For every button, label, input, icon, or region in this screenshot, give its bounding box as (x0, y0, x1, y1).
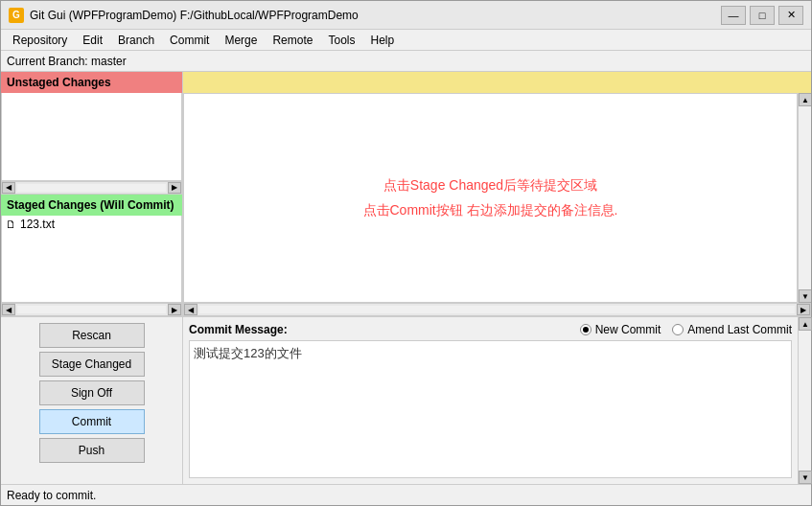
sign-off-button[interactable]: Sign Off (39, 380, 145, 405)
commit-scroll-up[interactable]: ▲ (799, 317, 812, 331)
scroll-left-btn-2[interactable]: ◀ (2, 304, 15, 315)
menu-edit[interactable]: Edit (75, 32, 110, 49)
amend-commit-radio[interactable] (672, 324, 684, 335)
scroll-down-btn[interactable]: ▼ (799, 289, 811, 303)
diff-hint-line2: 点击Commit按钮 右边添加提交的备注信息. (363, 198, 618, 222)
bottom-area: Rescan Stage Changed Sign Off Commit Pus… (1, 316, 811, 484)
close-button[interactable]: ✕ (778, 6, 803, 25)
menu-remote[interactable]: Remote (265, 32, 320, 49)
diff-hint: 点击Stage Changed后等待提交区域 点击Commit按钮 右边添加提交… (363, 173, 618, 221)
scroll-v-track (799, 106, 811, 289)
menu-bar: Repository Edit Branch Commit Merge Remo… (1, 30, 811, 51)
app-icon: G (9, 8, 24, 23)
right-panel: 点击Stage Changed后等待提交区域 点击Commit按钮 右边添加提交… (183, 72, 811, 316)
diff-area: 点击Stage Changed后等待提交区域 点击Commit按钮 右边添加提交… (183, 93, 798, 303)
amend-commit-label: Amend Last Commit (687, 323, 792, 336)
scroll-up-btn[interactable]: ▲ (799, 93, 811, 106)
current-branch-label: Current Branch: master (7, 55, 127, 68)
menu-help[interactable]: Help (362, 32, 402, 49)
menu-commit[interactable]: Commit (162, 32, 217, 49)
commit-message-input[interactable]: 测试提交123的文件 (189, 340, 792, 478)
commit-area: Commit Message: New Commit Amend Last Co… (183, 317, 798, 484)
radio-group: New Commit Amend Last Commit (580, 323, 792, 336)
action-buttons: Rescan Stage Changed Sign Off Commit Pus… (1, 317, 183, 484)
diff-scrollbar-h[interactable]: ◀ ▶ (183, 303, 811, 316)
commit-scroll-track (799, 331, 811, 471)
branch-bar: Current Branch: master (1, 51, 811, 72)
new-commit-option[interactable]: New Commit (580, 323, 661, 336)
commit-button[interactable]: Commit (39, 409, 145, 434)
status-text: Ready to commit. (7, 489, 96, 502)
diff-with-scroll: 点击Stage Changed后等待提交区域 点击Commit按钮 右边添加提交… (183, 93, 811, 303)
scroll-track-2 (17, 306, 166, 313)
staged-file-list[interactable]: 🗋 123.txt (1, 216, 182, 304)
main-content: Unstaged Changes ◀ ▶ Staged Changes (Wil… (1, 72, 811, 316)
file-name: 123.txt (20, 218, 55, 231)
amend-commit-option[interactable]: Amend Last Commit (672, 323, 792, 336)
stage-changed-button[interactable]: Stage Changed (39, 352, 145, 377)
unstaged-scrollbar-h[interactable]: ◀ ▶ (1, 181, 182, 195)
push-button[interactable]: Push (39, 438, 145, 463)
commit-scrollbar-v[interactable]: ▲ ▼ (798, 317, 811, 484)
staged-changes-header[interactable]: Staged Changes (Will Commit) (1, 195, 182, 216)
commit-message-label: Commit Message: (189, 323, 288, 336)
list-item[interactable]: 🗋 123.txt (2, 216, 181, 233)
scroll-right-btn[interactable]: ▶ (168, 182, 181, 194)
menu-merge[interactable]: Merge (217, 32, 265, 49)
unstaged-file-list[interactable] (1, 93, 182, 181)
status-bar: Ready to commit. (1, 484, 811, 505)
commit-header: Commit Message: New Commit Amend Last Co… (189, 323, 792, 336)
scroll-left-btn-diff[interactable]: ◀ (184, 304, 197, 315)
left-panel: Unstaged Changes ◀ ▶ Staged Changes (Wil… (1, 72, 183, 316)
scroll-track-diff (199, 306, 795, 313)
title-bar-buttons: — □ ✕ (721, 6, 803, 25)
menu-repository[interactable]: Repository (5, 32, 75, 49)
diff-scrollbar-v[interactable]: ▲ ▼ (798, 93, 811, 303)
staged-scrollbar-h[interactable]: ◀ ▶ (1, 303, 182, 316)
scroll-right-btn-diff[interactable]: ▶ (797, 304, 810, 315)
new-commit-radio[interactable] (580, 324, 592, 335)
diff-wrapper: 点击Stage Changed后等待提交区域 点击Commit按钮 右边添加提交… (183, 72, 811, 316)
scroll-left-btn[interactable]: ◀ (2, 182, 15, 194)
commit-scroll-down[interactable]: ▼ (799, 471, 812, 484)
menu-branch[interactable]: Branch (110, 32, 162, 49)
diff-hint-line1: 点击Stage Changed后等待提交区域 (363, 173, 618, 197)
scroll-track (17, 184, 166, 192)
diff-header-strip (183, 72, 811, 93)
title-bar-text: Git Gui (WPFProgramDemo) F:/GithubLocal/… (30, 9, 721, 22)
unstaged-changes-header[interactable]: Unstaged Changes (1, 72, 182, 93)
minimize-button[interactable]: — (721, 6, 746, 25)
rescan-button[interactable]: Rescan (39, 323, 145, 348)
title-bar: G Git Gui (WPFProgramDemo) F:/GithubLoca… (1, 1, 811, 30)
scroll-right-btn-2[interactable]: ▶ (168, 304, 181, 315)
file-icon: 🗋 (6, 218, 16, 230)
new-commit-label: New Commit (595, 323, 661, 336)
maximize-button[interactable]: □ (750, 6, 775, 25)
menu-tools[interactable]: Tools (320, 32, 362, 49)
diff-content: 点击Stage Changed后等待提交区域 点击Commit按钮 右边添加提交… (184, 94, 797, 302)
main-window: G Git Gui (WPFProgramDemo) F:/GithubLoca… (0, 0, 812, 506)
